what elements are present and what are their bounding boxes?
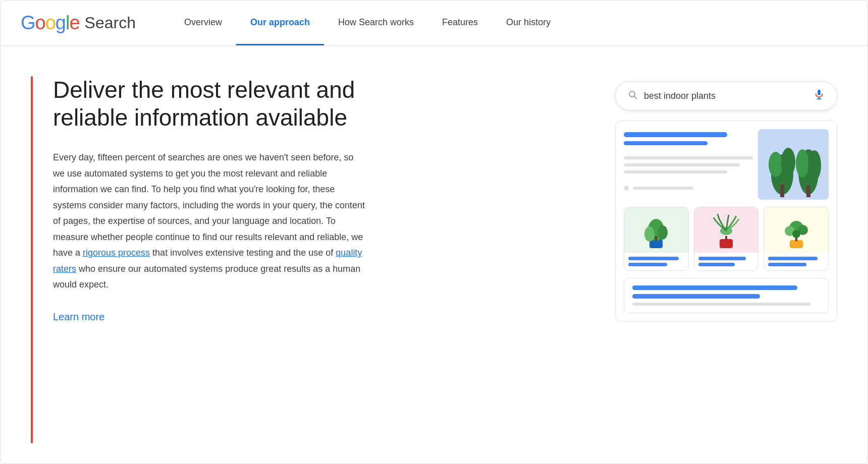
nav: Overview Our approach How Search works F… (170, 1, 565, 45)
body-text-3: who ensure our automated systems produce… (53, 264, 360, 290)
card-2-line-1 (698, 257, 746, 260)
red-accent-bar (31, 76, 33, 443)
nav-item-our-approach[interactable]: Our approach (236, 1, 324, 45)
mock-search-text: best indoor plants (644, 91, 807, 101)
plant-card-1 (624, 207, 689, 271)
plant-card-2-image (694, 207, 758, 253)
svg-point-26 (792, 230, 800, 238)
svg-rect-22 (790, 240, 803, 248)
result-plant-image (758, 129, 829, 200)
result-text-lines (624, 129, 753, 200)
result-line-1 (624, 132, 727, 137)
nav-item-overview[interactable]: Overview (170, 1, 236, 45)
plant-card-1-footer (624, 253, 688, 270)
main-content: Deliver the most relevant and reliable i… (1, 46, 867, 463)
svg-point-11 (796, 149, 809, 178)
bottom-line-3 (632, 303, 810, 306)
search-icon (628, 90, 638, 102)
body-text-1: Every day, fifteen percent of searches a… (53, 152, 365, 258)
plant-card-2-footer (694, 253, 758, 270)
left-panel: Deliver the most relevant and reliable i… (31, 76, 595, 443)
logo: Google Search (21, 12, 136, 34)
bottom-text-card (624, 278, 829, 313)
svg-rect-18 (655, 236, 657, 241)
right-illustration-panel: best indoor plants (615, 76, 837, 443)
card-3-line-1 (768, 257, 817, 260)
result-line-4 (624, 163, 740, 166)
card-1-line-2 (628, 263, 667, 266)
plant-card-3-footer (764, 253, 828, 270)
learn-more-link[interactable]: Learn more (53, 311, 104, 322)
card-2-line-2 (698, 263, 735, 266)
page-wrapper: Google Search Overview Our approach How … (0, 0, 868, 464)
header: Google Search Overview Our approach How … (1, 1, 867, 46)
svg-rect-21 (725, 236, 727, 240)
svg-point-8 (781, 148, 795, 176)
svg-rect-13 (806, 186, 810, 197)
plant-card-3-image (764, 207, 828, 253)
logo-search-text: Search (85, 14, 136, 32)
mock-results-container (615, 121, 837, 322)
card-1-line-1 (628, 257, 679, 260)
bottom-line-2 (632, 294, 760, 299)
nav-item-features[interactable]: Features (428, 1, 492, 45)
svg-rect-27 (795, 238, 797, 241)
nav-item-how-search-works[interactable]: How Search works (324, 1, 428, 45)
logo-google: Google (21, 12, 80, 34)
page-headline: Deliver the most relevant and reliable i… (53, 76, 366, 132)
result-dot-row (624, 186, 753, 191)
top-result-row (624, 129, 829, 200)
rigorous-process-link[interactable]: rigorous process (83, 248, 150, 258)
plant-card-3 (764, 207, 829, 271)
result-line-5 (624, 170, 727, 173)
svg-rect-19 (720, 239, 733, 248)
svg-point-12 (808, 150, 821, 181)
mock-search-bar: best indoor plants (615, 81, 837, 110)
plant-card-2 (694, 207, 759, 271)
plant-card-1-image (624, 207, 688, 253)
svg-rect-2 (818, 90, 821, 95)
result-line-3 (624, 156, 753, 159)
bottom-line-1 (632, 285, 797, 290)
body-text-2: that involves extensive testing and the … (150, 248, 336, 258)
plant-cards-row (624, 207, 829, 271)
svg-point-17 (658, 225, 668, 240)
result-dot-line (633, 187, 693, 190)
body-paragraph: Every day, fifteen percent of searches a… (53, 150, 366, 293)
svg-point-16 (644, 226, 655, 242)
nav-item-our-history[interactable]: Our history (492, 1, 565, 45)
result-dot (624, 186, 629, 191)
card-3-line-2 (768, 263, 806, 266)
mic-icon (813, 89, 825, 103)
svg-line-1 (634, 96, 637, 98)
result-line-2 (624, 141, 708, 145)
content-block: Deliver the most relevant and reliable i… (53, 76, 366, 443)
svg-point-7 (769, 152, 783, 177)
svg-rect-9 (780, 185, 784, 197)
